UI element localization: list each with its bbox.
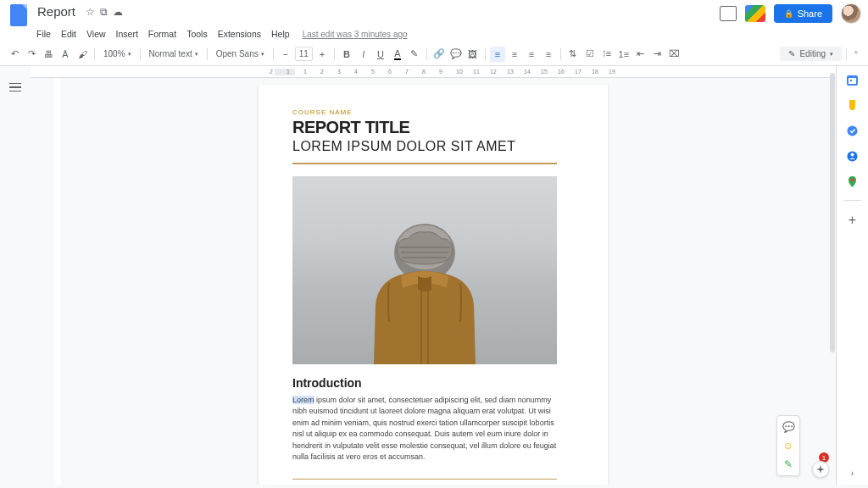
separator [426,48,427,60]
separator [334,48,335,60]
docs-logo[interactable] [7,3,31,27]
ruler-tick: 14 [524,69,531,75]
bold-button[interactable]: B [339,47,354,62]
redo-button[interactable]: ↷ [24,47,39,62]
highlight-button[interactable]: ✎ [407,47,422,62]
text-color-button[interactable]: A [390,47,405,62]
decrease-indent-button[interactable]: ⇤ [633,47,648,62]
numbered-list-button[interactable]: 1≡ [616,47,632,62]
svg-point-8 [851,178,854,181]
align-left-button[interactable]: ≡ [490,47,505,62]
menu-insert[interactable]: Insert [112,27,142,41]
font-size-increase[interactable]: + [314,47,330,62]
suggest-edits-floating-button[interactable]: ✎ [781,457,796,472]
add-comment-button[interactable]: 💬 [448,47,464,62]
chevron-down-icon: ▾ [830,51,833,58]
menu-tools[interactable]: Tools [182,27,212,41]
bulleted-list-button[interactable]: ⁝≡ [599,47,615,62]
menu-extensions[interactable]: Extensions [214,27,265,41]
document-title[interactable]: Report [34,3,79,19]
italic-button[interactable]: I [356,47,371,62]
font-value: Open Sans [216,49,259,58]
explore-button[interactable] [812,461,829,478]
scrollbar-thumb[interactable] [830,73,835,352]
line-spacing-button[interactable]: ⇅ [565,47,581,62]
increase-indent-button[interactable]: ⇥ [650,47,665,62]
divider-line-bottom [292,479,557,480]
ruler-margin-indicator [275,69,295,75]
ruler-tick: 11 [473,69,480,75]
align-center-button[interactable]: ≡ [507,47,522,62]
separator [273,48,274,60]
hero-image[interactable] [292,176,557,364]
add-comment-floating-button[interactable]: 💬 [781,419,796,435]
insert-link-button[interactable]: 🔗 [431,47,447,62]
chevron-down-icon: ▾ [195,51,198,58]
outline-toggle-icon[interactable] [9,83,21,92]
badge-count: 1 [822,454,826,462]
document-page[interactable]: COURSE NAME REPORT TITLE LOREM IPSUM DOL… [259,85,608,485]
font-size-input[interactable]: 11 [295,47,313,61]
print-button[interactable]: 🖶 [41,47,56,62]
separator [846,48,847,60]
font-size-decrease[interactable]: − [278,47,293,62]
star-icon[interactable]: ☆ [86,6,95,18]
left-rail [0,66,31,485]
menu-help[interactable]: Help [267,27,294,41]
subtitle-text: LOREM IPSUM DOLOR SIT AMET [292,139,574,154]
style-select[interactable]: Normal text▾ [145,47,203,61]
font-select[interactable]: Open Sans▾ [212,47,269,61]
horizontal-ruler[interactable]: 2112345678910111213141516171819 [31,66,836,78]
menu-view[interactable]: View [82,27,110,41]
spellcheck-button[interactable]: Ā [58,47,73,62]
hide-menus-button[interactable]: ⌃ [851,48,861,60]
svg-rect-3 [849,78,856,84]
ruler-tick: 18 [592,69,598,75]
ruler-tick: 19 [609,69,615,75]
checklist-button[interactable]: ☑ [582,47,598,62]
ruler-tick: 2 [320,69,324,75]
move-folder-icon[interactable]: ⧉ [100,6,108,18]
scrollbar[interactable] [829,66,836,485]
separator [560,48,561,60]
share-button[interactable]: 🔒 Share [774,4,832,23]
vertical-ruler[interactable] [54,78,61,485]
meet-button[interactable]: ▾ [745,5,765,22]
contacts-icon[interactable] [846,149,860,163]
menu-edit[interactable]: Edit [57,27,81,41]
docs-logo-icon [10,4,27,26]
menu-file[interactable]: File [32,27,55,41]
align-right-button[interactable]: ≡ [524,47,539,62]
body-text-rest: ipsum dolor sit amet, consectetuer adipi… [292,396,556,462]
pencil-icon: ✎ [788,49,795,58]
comment-history-icon[interactable] [720,6,737,21]
document-area: 2112345678910111213141516171819 COURSE N… [31,66,836,485]
menu-format[interactable]: Format [144,27,181,41]
toolbar: ↶ ↷ 🖶 Ā 🖌 100%▾ Normal text▾ Open Sans▾ … [0,42,868,66]
editing-mode-select[interactable]: ✎ Editing ▾ [780,47,842,61]
cloud-status-icon[interactable]: ☁ [113,6,123,18]
zoom-select[interactable]: 100%▾ [99,47,136,61]
course-name-text: COURSE NAME [292,108,574,116]
last-edit-link[interactable]: Last edit was 3 minutes ago [303,30,408,39]
get-addons-button[interactable]: + [849,213,856,228]
tasks-icon[interactable] [846,124,860,137]
clear-formatting-button[interactable]: ⌧ [667,47,682,62]
add-emoji-floating-button[interactable]: ☺ [781,438,796,453]
paint-format-button[interactable]: 🖌 [75,47,90,62]
account-avatar[interactable] [841,3,861,24]
ruler-tick: 1 [303,69,307,75]
svg-point-5 [848,125,858,136]
align-justify-button[interactable]: ≡ [541,47,556,62]
app-header: Report ☆ ⧉ ☁ ▾ 🔒 Share [0,0,868,27]
hide-side-panel-button[interactable]: › [851,469,854,478]
undo-button[interactable]: ↶ [7,47,22,62]
ruler-tick: 9 [439,69,442,75]
insert-image-button[interactable]: 🖼 [465,47,481,62]
maps-icon[interactable] [846,175,860,188]
keep-icon[interactable] [846,98,860,112]
underline-button[interactable]: U [373,47,388,62]
calendar-icon[interactable] [846,73,860,86]
editing-label: Editing [799,49,826,58]
workspace: 2112345678910111213141516171819 COURSE N… [0,66,868,485]
